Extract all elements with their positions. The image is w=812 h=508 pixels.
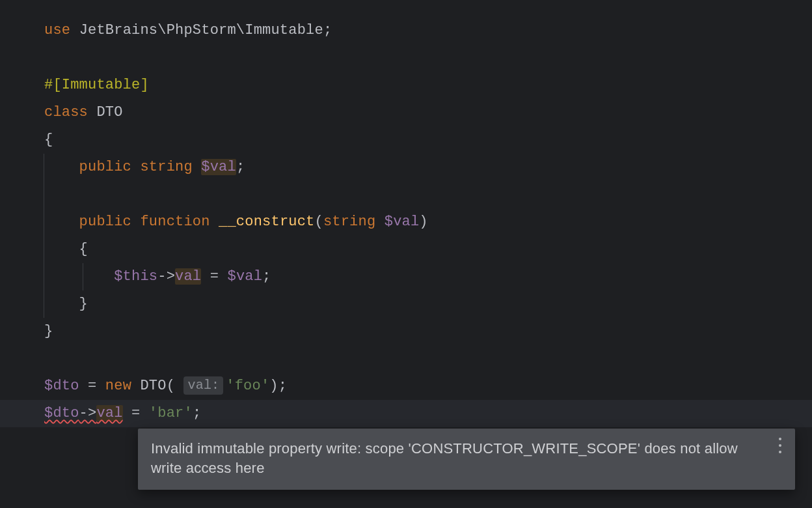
more-actions-icon[interactable] [774,438,786,453]
inspection-tooltip: Invalid immutable property write: scope … [138,429,795,490]
code-line-error[interactable]: $dto->val = 'bar'; [44,400,812,427]
namespace: JetBrains\PhpStorm\Immutable [79,22,323,38]
attribute: #[Immutable] [44,77,149,93]
code-line[interactable]: { [44,236,812,263]
keyword-use: use [44,22,70,38]
tooltip-message: Invalid immutable property write: scope … [151,440,738,476]
property-var: $val [201,159,236,175]
class-name: DTO [96,104,122,120]
code-line[interactable] [44,345,812,373]
code-line[interactable]: use JetBrains\PhpStorm\Immutable; [44,17,812,44]
code-line[interactable]: } [44,290,812,318]
code-line[interactable]: $dto = new DTO( val:'foo'); [44,373,812,400]
code-line[interactable] [44,181,812,208]
code-editor[interactable]: use JetBrains\PhpStorm\Immutable; #[Immu… [0,0,812,508]
parameter-hint: val: [183,376,223,395]
code-line[interactable]: #[Immutable] [44,72,812,99]
code-line[interactable]: public string $val; [44,154,812,181]
code-line[interactable]: class DTO [44,99,812,126]
code-line[interactable]: } [44,318,812,345]
code-line[interactable]: { [44,126,812,154]
code-line[interactable]: public function __construct(string $val) [44,208,812,236]
code-line[interactable] [44,44,812,72]
method-name: __construct [219,214,314,230]
code-line[interactable]: $this->val = $val; [44,263,812,290]
